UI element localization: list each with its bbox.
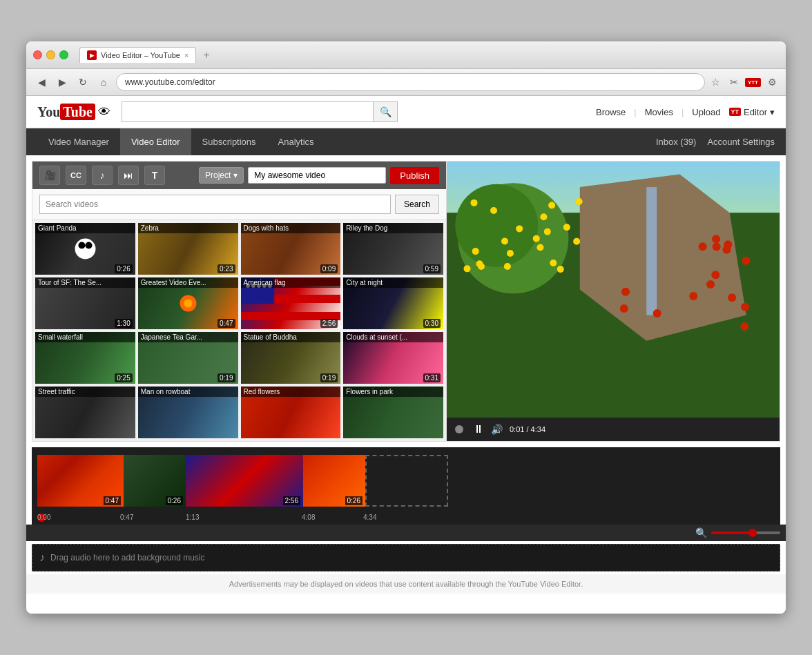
video-thumb-2[interactable]: Dogs with hats 0:09 bbox=[241, 223, 341, 275]
star-icon[interactable]: ☆ bbox=[709, 75, 723, 89]
tab-title: Video Editor – YouTube bbox=[101, 51, 180, 59]
tab-video-manager[interactable]: Video Manager bbox=[37, 128, 120, 155]
video-thumb-14[interactable]: Red flowers bbox=[241, 387, 341, 438]
timeline-drop-zone[interactable] bbox=[365, 455, 448, 507]
timeline-ruler: 0:00 0:47 1:13 4:08 4:34 bbox=[37, 511, 775, 525]
video-title-1: Zebra bbox=[138, 223, 238, 233]
skip-tool-button[interactable]: ⏭ bbox=[118, 166, 139, 185]
timeline-clip-3[interactable]: 0:26 bbox=[303, 455, 365, 507]
eye-icon: 👁 bbox=[98, 105, 110, 119]
new-tab-button[interactable]: + bbox=[199, 48, 213, 63]
tools-icon[interactable]: ⚙ bbox=[765, 75, 779, 89]
video-search-input[interactable] bbox=[39, 195, 391, 214]
yt-logo[interactable]: YouTube 👁 bbox=[37, 104, 110, 120]
video-thumb-0[interactable]: Giant Panda 0:26 bbox=[35, 223, 135, 275]
video-thumb-6[interactable]: American flag 2:56 bbox=[241, 277, 341, 329]
upload-link[interactable]: Upload bbox=[692, 107, 720, 117]
search-button[interactable]: 🔍 bbox=[373, 101, 398, 122]
nav-bar: ◀ ▶ ↻ ⌂ ☆ ✂ YTT ⚙ bbox=[26, 69, 786, 96]
tab-subscriptions[interactable]: Subscriptions bbox=[191, 128, 267, 155]
video-title-12: Street traffic bbox=[35, 387, 135, 397]
home-button[interactable]: ⌂ bbox=[95, 74, 112, 90]
tab-close-icon[interactable]: × bbox=[184, 51, 188, 59]
audio-track: ♪ Drag audio here to add background musi… bbox=[32, 544, 780, 571]
video-grid: Giant Panda 0:26 Zebra 0:23 Dogs with ha… bbox=[32, 220, 446, 441]
playback-controls: ⏸ 🔊 0:01 / 4:34 bbox=[447, 418, 780, 441]
video-duration-1: 0:23 bbox=[218, 264, 235, 273]
preview-video bbox=[447, 162, 780, 418]
nav-tabs-right: Inbox (39) Account Settings bbox=[656, 137, 775, 147]
forward-button[interactable]: ▶ bbox=[54, 74, 70, 90]
browse-link[interactable]: Browse bbox=[596, 107, 626, 117]
video-title-7: City at night bbox=[343, 277, 443, 288]
zoom-bar: 🔍 bbox=[26, 525, 786, 541]
inbox-link[interactable]: Inbox (39) bbox=[656, 137, 697, 147]
video-thumb-5[interactable]: Greatest Video Eve... 0:47 bbox=[138, 277, 238, 329]
yt-badge: YTT bbox=[745, 78, 761, 87]
video-thumb-13[interactable]: Man on rowboat bbox=[138, 387, 238, 438]
right-panel: ⏸ 🔊 0:01 / 4:34 bbox=[447, 162, 780, 441]
video-title-10: Statue of Buddha bbox=[241, 332, 341, 342]
account-settings-link[interactable]: Account Settings bbox=[707, 137, 775, 147]
video-thumb-3[interactable]: Riley the Dog 0:59 bbox=[343, 223, 443, 275]
video-search-button[interactable]: Search bbox=[395, 195, 439, 214]
editor-button[interactable]: YT Editor ▾ bbox=[729, 107, 775, 117]
video-thumb-1[interactable]: Zebra 0:23 bbox=[138, 223, 238, 275]
pause-button[interactable]: ⏸ bbox=[473, 423, 484, 436]
project-dropdown[interactable]: Project ▾ bbox=[199, 167, 244, 184]
volume-button[interactable]: 🔊 bbox=[491, 424, 503, 435]
zoom-slider[interactable] bbox=[711, 531, 780, 534]
tab-video-editor[interactable]: Video Editor bbox=[120, 128, 191, 155]
video-thumb-10[interactable]: Statue of Buddha 0:19 bbox=[241, 332, 341, 384]
title-bar: ▶ Video Editor – YouTube × + bbox=[26, 41, 786, 69]
video-duration-2: 0:09 bbox=[320, 264, 338, 273]
window-controls bbox=[33, 50, 68, 59]
video-duration-3: 0:59 bbox=[423, 264, 441, 273]
publish-button[interactable]: Publish bbox=[390, 167, 439, 184]
cc-tool-button[interactable]: CC bbox=[66, 166, 86, 185]
video-duration-9: 0:19 bbox=[218, 373, 235, 382]
video-title-5: Greatest Video Eve... bbox=[138, 277, 238, 288]
video-tool-button[interactable]: 🎥 bbox=[39, 166, 60, 185]
zoom-icon: 🔍 bbox=[695, 527, 707, 538]
video-title-15: Flowers in park bbox=[343, 387, 443, 397]
address-bar[interactable] bbox=[116, 73, 705, 91]
video-duration-4: 1:30 bbox=[115, 319, 132, 328]
tab-bar: ▶ Video Editor – YouTube × + bbox=[79, 47, 214, 63]
video-thumb-7[interactable]: City at night 0:30 bbox=[343, 277, 443, 329]
video-title-0: Giant Panda bbox=[35, 223, 135, 233]
video-thumb-11[interactable]: Clouds at sunset (... 0:31 bbox=[343, 332, 443, 384]
timeline-clip-0[interactable]: 0:47 bbox=[37, 455, 124, 507]
video-duration-11: 0:31 bbox=[423, 373, 441, 382]
browser-window: ▶ Video Editor – YouTube × + ◀ ▶ ↻ ⌂ ☆ ✂… bbox=[26, 41, 786, 614]
reload-button[interactable]: ↻ bbox=[75, 74, 91, 90]
close-button[interactable] bbox=[33, 50, 42, 59]
ruler-marker-1: 0:47 bbox=[120, 514, 133, 521]
zoom-handle[interactable] bbox=[748, 529, 757, 537]
music-tool-button[interactable]: ♪ bbox=[92, 166, 113, 185]
video-thumb-8[interactable]: Small waterfall 0:25 bbox=[35, 332, 135, 384]
timeline-clip-1[interactable]: 0:26 bbox=[124, 455, 186, 507]
search-bar: Search bbox=[32, 189, 446, 220]
timeline-clip-2[interactable]: 2:56 bbox=[186, 455, 303, 507]
video-duration-8: 0:25 bbox=[115, 373, 132, 382]
text-tool-button[interactable]: T bbox=[144, 166, 165, 185]
audio-drag-text: Drag audio here to add background music bbox=[50, 553, 204, 563]
project-title-input[interactable] bbox=[248, 167, 386, 184]
video-thumb-9[interactable]: Japanese Tea Gar... 0:19 bbox=[138, 332, 238, 384]
search-input[interactable] bbox=[122, 101, 373, 122]
maximize-button[interactable] bbox=[59, 50, 68, 59]
video-thumb-12[interactable]: Street traffic bbox=[35, 387, 135, 438]
video-thumb-4[interactable]: Tour of SF: The Se... 1:30 bbox=[35, 277, 135, 329]
left-panel: 🎥 CC ♪ ⏭ T Project ▾ Publish bbox=[32, 162, 447, 441]
video-thumb-15[interactable]: Flowers in park bbox=[343, 387, 443, 438]
logo-text: YouTube bbox=[37, 104, 95, 120]
back-button[interactable]: ◀ bbox=[33, 74, 50, 90]
project-area: Project ▾ Publish bbox=[199, 167, 439, 184]
clip-duration-0: 0:47 bbox=[104, 496, 121, 505]
movies-link[interactable]: Movies bbox=[645, 107, 673, 117]
browser-tab[interactable]: ▶ Video Editor – YouTube × bbox=[79, 47, 196, 63]
scrubber-dot[interactable] bbox=[455, 425, 463, 433]
tab-analytics[interactable]: Analytics bbox=[267, 128, 325, 155]
minimize-button[interactable] bbox=[46, 50, 55, 59]
